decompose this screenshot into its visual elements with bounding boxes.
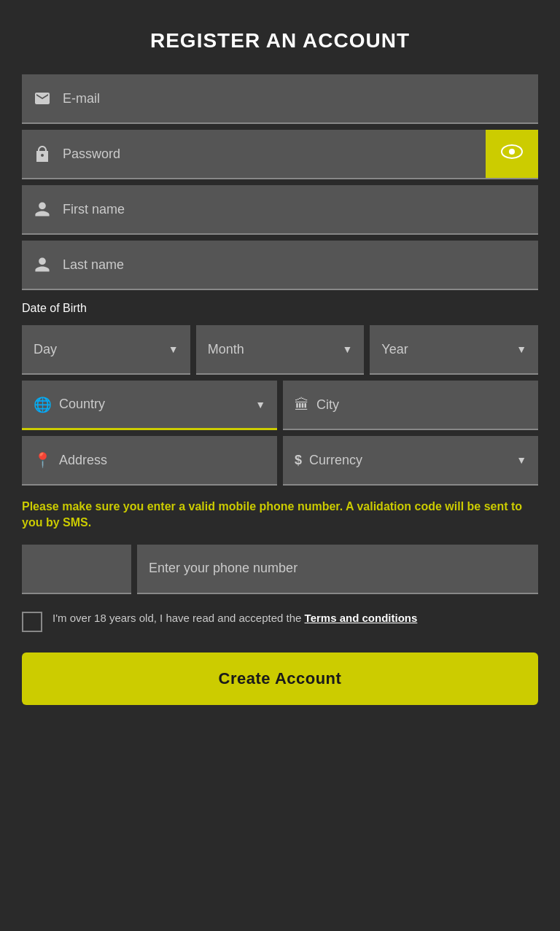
dob-row: Day ▼ Month ▼ Year ▼: [22, 325, 538, 375]
phone-code-selector[interactable]: [22, 545, 131, 594]
svg-point-1: [509, 149, 515, 155]
bank-icon: 🏛: [295, 397, 309, 413]
person-last-icon: [22, 256, 63, 273]
address-currency-row: 📍 $ Currency ▼: [22, 436, 538, 486]
currency-chevron-icon: ▼: [516, 454, 526, 466]
currency-label: Currency: [309, 453, 509, 468]
city-input[interactable]: [316, 381, 526, 429]
location-row: 🌐 Country ▼ 🏛: [22, 381, 538, 430]
year-select[interactable]: Year ▼: [370, 325, 538, 375]
year-chevron-icon: ▼: [516, 343, 526, 355]
dollar-icon: $: [295, 453, 302, 468]
month-label: Month: [208, 342, 343, 357]
eye-icon: [501, 144, 523, 163]
address-input[interactable]: [59, 436, 265, 484]
city-input-wrapper: 🏛: [283, 381, 538, 430]
country-select[interactable]: 🌐 Country ▼: [22, 381, 277, 430]
last-name-row: [22, 241, 538, 290]
password-toggle-button[interactable]: [486, 130, 538, 178]
country-chevron-icon: ▼: [255, 399, 265, 410]
password-row: [22, 130, 538, 179]
phone-input-wrapper: [137, 545, 538, 594]
day-select[interactable]: Day ▼: [22, 325, 190, 375]
last-name-input[interactable]: [63, 241, 538, 289]
registration-form: Date of Birth Day ▼ Month ▼ Year ▼ 🌐 Cou…: [22, 74, 538, 705]
terms-link[interactable]: Terms and conditions: [305, 612, 418, 624]
terms-text: I'm over 18 years old, I have read and a…: [52, 610, 417, 627]
terms-row: I'm over 18 years old, I have read and a…: [22, 610, 538, 632]
month-select[interactable]: Month ▼: [196, 325, 365, 375]
day-chevron-icon: ▼: [168, 343, 179, 355]
terms-checkbox[interactable]: [22, 612, 42, 632]
lock-icon: [22, 145, 63, 163]
month-chevron-icon: ▼: [342, 343, 352, 355]
email-icon: [22, 90, 63, 107]
day-label: Day: [34, 342, 168, 357]
terms-text-content: I'm over 18 years old, I have read and a…: [52, 612, 301, 624]
first-name-row: [22, 185, 538, 235]
country-label: Country: [59, 397, 248, 412]
year-label: Year: [381, 342, 516, 357]
person-icon: [22, 200, 63, 218]
page-title: REGISTER AN ACCOUNT: [150, 29, 410, 52]
phone-row: [22, 545, 538, 594]
email-input[interactable]: [63, 74, 538, 122]
first-name-input[interactable]: [63, 185, 538, 233]
sms-notice: Please make sure you enter a valid mobil…: [22, 499, 538, 531]
phone-input[interactable]: [149, 545, 526, 593]
currency-select[interactable]: $ Currency ▼: [283, 436, 538, 486]
password-input[interactable]: [63, 130, 486, 178]
email-row: [22, 74, 538, 124]
create-account-button[interactable]: Create Account: [22, 653, 538, 705]
globe-icon: 🌐: [34, 396, 52, 413]
address-input-wrapper: 📍: [22, 436, 277, 486]
dob-label: Date of Birth: [22, 302, 538, 315]
location-pin-icon: 📍: [34, 451, 52, 469]
